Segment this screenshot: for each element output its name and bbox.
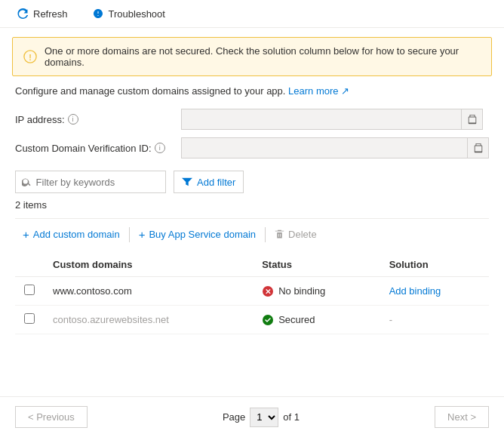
filter-icon	[182, 177, 192, 187]
alert-message: One or more domains are not secured. Che…	[45, 45, 481, 68]
verification-id-row: Custom Domain Verification ID: i	[15, 137, 489, 158]
verification-id-label: Custom Domain Verification ID: i	[15, 143, 181, 154]
th-solution: Solution	[380, 253, 489, 277]
next-button[interactable]: Next >	[435, 406, 489, 428]
status-text-1: Secured	[278, 314, 315, 325]
verification-id-copy-button[interactable]	[467, 137, 488, 158]
previous-button[interactable]: < Previous	[15, 406, 88, 428]
row-checkbox-0[interactable]	[24, 285, 35, 295]
action-separator-2	[265, 227, 266, 242]
action-separator-1	[129, 227, 130, 242]
ip-address-copy-button[interactable]	[461, 109, 482, 130]
search-box	[15, 171, 166, 193]
plus-icon-2: +	[139, 228, 146, 241]
add-filter-button[interactable]: Add filter	[174, 171, 244, 193]
search-input[interactable]	[36, 177, 159, 188]
th-checkbox	[15, 253, 44, 277]
table-header-row: Custom domains Status Solution	[15, 253, 489, 277]
cell-status-0: ✕No binding	[253, 277, 380, 306]
alert-banner: ! One or more domains are not secured. C…	[12, 37, 492, 76]
cell-solution-1: -	[380, 306, 489, 334]
previous-label: < Previous	[28, 411, 75, 423]
plus-icon: +	[23, 228, 29, 241]
verification-id-input-wrap	[181, 137, 489, 158]
cell-status-1: Secured	[253, 306, 380, 334]
delete-button[interactable]: Delete	[267, 226, 324, 243]
troubleshoot-label: Troubleshoot	[109, 8, 165, 20]
action-bar: + Add custom domain + Buy App Service do…	[15, 218, 489, 250]
add-filter-label: Add filter	[197, 177, 235, 188]
buy-app-service-button[interactable]: + Buy App Service domain	[131, 225, 263, 244]
cell-solution-0: Add binding	[380, 277, 489, 306]
items-count: 2 items	[15, 199, 489, 211]
alert-icon: !	[23, 50, 37, 63]
description: Configure and manage custom domains assi…	[15, 85, 489, 97]
page-label: Page	[223, 411, 245, 423]
table-row: contoso.azurewebsites.netSecured-	[15, 306, 489, 334]
refresh-icon	[17, 8, 29, 20]
page-select[interactable]: 1	[250, 408, 278, 427]
cell-domain-1: contoso.azurewebsites.net	[44, 306, 253, 334]
main-content: Configure and manage custom domains assi…	[0, 85, 504, 334]
next-label: Next >	[447, 411, 476, 423]
th-status: Status	[253, 253, 380, 277]
svg-text:!: !	[29, 53, 32, 62]
delete-icon	[275, 229, 284, 239]
refresh-button[interactable]: Refresh	[12, 5, 72, 23]
cell-domain-0: www.contoso.com	[44, 277, 253, 306]
troubleshoot-button[interactable]: Troubleshoot	[88, 5, 170, 23]
search-icon	[22, 177, 32, 187]
verification-id-input[interactable]	[182, 138, 467, 158]
verification-id-info-icon: i	[155, 143, 165, 153]
solution-link-0[interactable]: Add binding	[389, 285, 441, 297]
toolbar: Refresh Troubleshoot	[0, 0, 504, 28]
svg-text:✕: ✕	[265, 288, 271, 296]
add-custom-domain-label: Add custom domain	[33, 229, 120, 240]
ip-address-input-wrap	[181, 109, 483, 130]
ip-address-row: IP address: i	[15, 109, 489, 130]
ip-address-info-icon: i	[68, 114, 78, 125]
buy-app-service-label: Buy App Service domain	[149, 229, 256, 240]
delete-label: Delete	[288, 229, 317, 240]
add-custom-domain-button[interactable]: + Add custom domain	[15, 225, 128, 244]
table-row: www.contoso.com✕No bindingAdd binding	[15, 277, 489, 306]
filter-row: Add filter	[15, 171, 489, 193]
ip-address-label: IP address: i	[15, 114, 181, 125]
of-label: of 1	[283, 411, 300, 423]
error-icon: ✕	[262, 285, 274, 297]
domains-table: Custom domains Status Solution www.conto…	[15, 253, 489, 334]
troubleshoot-icon	[92, 8, 104, 20]
pagination: < Previous Page 1 of 1 Next >	[0, 396, 504, 437]
ip-address-input[interactable]	[182, 109, 461, 129]
refresh-label: Refresh	[33, 8, 68, 20]
status-text-0: No binding	[278, 285, 325, 297]
th-custom-domains: Custom domains	[44, 253, 253, 277]
row-checkbox-1[interactable]	[24, 313, 35, 324]
success-icon	[262, 314, 274, 326]
page-info: Page 1 of 1	[223, 408, 300, 427]
learn-more-link[interactable]: Learn more ↗	[288, 85, 349, 97]
